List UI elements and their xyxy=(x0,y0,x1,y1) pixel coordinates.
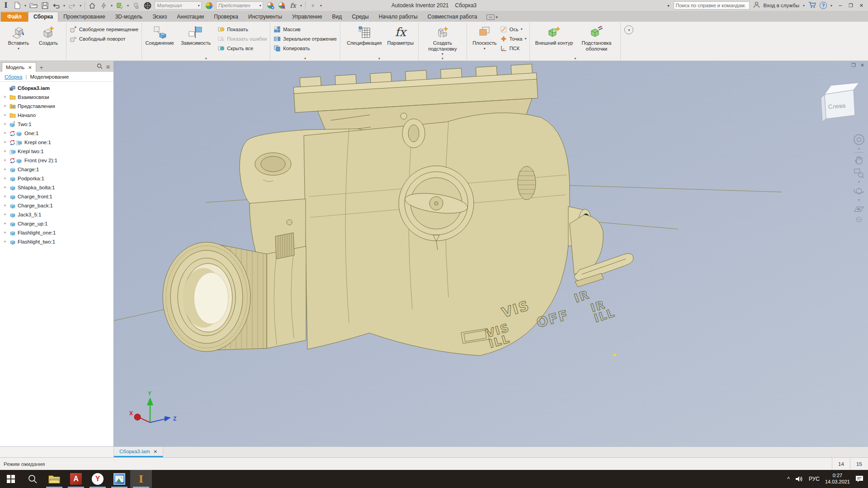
panel-expander-icon[interactable]: ▾ xyxy=(205,57,207,61)
browser-search-icon[interactable] xyxy=(97,63,103,70)
tree-root[interactable]: + Сборка3.iam xyxy=(3,84,113,93)
tab-assembly[interactable]: Сборка xyxy=(28,12,58,22)
tree-item[interactable]: + Two:1 xyxy=(3,120,113,129)
volume-icon[interactable] xyxy=(795,475,803,483)
taskbar-explorer-button[interactable] xyxy=(43,470,65,488)
search-expand-icon[interactable]: ▸ xyxy=(668,3,670,8)
zoom-window-button[interactable] xyxy=(853,167,865,179)
expand-icon[interactable]: + xyxy=(3,221,7,226)
performance-dropdown-icon[interactable]: ▾ xyxy=(111,4,113,8)
expand-icon[interactable]: + xyxy=(3,149,7,154)
new-file-dropdown-icon[interactable]: ▾ xyxy=(24,4,26,8)
redo-dropdown-icon[interactable]: ▾ xyxy=(80,4,81,8)
free-move-button[interactable]: Свободное перемещение xyxy=(70,25,138,33)
home-view-button[interactable] xyxy=(88,1,96,9)
tab-tools[interactable]: Инструменты xyxy=(243,12,287,22)
navigation-wheel-dropdown-icon[interactable]: ▾ xyxy=(858,147,860,151)
appearance-select[interactable]: Представлен▾ xyxy=(216,1,263,9)
help-dropdown-icon[interactable]: ▾ xyxy=(830,4,832,8)
orbit-button[interactable] xyxy=(853,185,865,197)
assembly-model[interactable]: VIS OFF IR IR ILL VIS ILL xyxy=(163,64,633,356)
clear-appearance-icon[interactable] xyxy=(278,1,286,9)
expand-icon[interactable]: + xyxy=(3,113,7,117)
viewport-restore-icon[interactable]: ❐ xyxy=(851,62,856,68)
expand-icon[interactable]: + xyxy=(3,212,7,217)
customize-toolbar-icon[interactable]: ▾ xyxy=(320,4,322,8)
expand-icon[interactable]: + xyxy=(3,185,7,190)
tree-item[interactable]: + Jack3_5:1 xyxy=(3,210,113,219)
tree-item[interactable]: + Charge_front:1 xyxy=(3,192,113,201)
expand-icon[interactable]: + xyxy=(3,122,7,127)
tree-item[interactable]: + Flashlight_two:1 xyxy=(3,237,113,246)
show-button[interactable]: Показать xyxy=(217,25,267,33)
sign-in-dropdown-icon[interactable]: ▾ xyxy=(803,4,805,8)
view-cube[interactable]: Слева xyxy=(821,83,859,122)
fx-parameters-icon[interactable]: fx xyxy=(289,1,297,9)
create-button[interactable]: Создать xyxy=(34,24,63,46)
taskbar-inventor-button[interactable]: I xyxy=(130,470,152,488)
ribbon-options-button[interactable]: ▾ xyxy=(621,23,637,61)
expand-icon[interactable]: + xyxy=(3,230,7,235)
start-button[interactable] xyxy=(0,470,22,488)
bom-button[interactable]: Спецификация xyxy=(344,24,385,46)
open-button[interactable] xyxy=(29,1,38,9)
tab-3d-model[interactable]: 3D-модель xyxy=(110,12,148,22)
free-rotate-button[interactable]: Свободный поворот xyxy=(70,35,138,43)
tree-item[interactable]: + Начало xyxy=(3,111,113,120)
view-tab-modeling[interactable]: Моделирование xyxy=(30,74,69,80)
tab-collaborate[interactable]: Совместная работа xyxy=(423,12,482,22)
tree-item[interactable]: + Charge_up:1 xyxy=(3,219,113,228)
ribbon-display-button[interactable]: ▭▾ xyxy=(486,14,498,22)
expand-icon[interactable]: + xyxy=(3,131,7,136)
taskbar-search-button[interactable] xyxy=(22,470,43,488)
expand-icon[interactable]: + xyxy=(3,176,7,181)
taskbar-yandex-button[interactable]: Y xyxy=(87,470,108,488)
browser-tab-close-icon[interactable]: ✕ xyxy=(28,65,32,70)
mirror-button[interactable]: Зеркальное отражение xyxy=(274,35,337,43)
insert-button[interactable]: Вставить ▾ xyxy=(4,24,33,51)
browser-add-tab-button[interactable]: + xyxy=(38,64,45,72)
zoom-dropdown-icon[interactable]: ▾ xyxy=(858,180,860,184)
expand-icon[interactable]: + xyxy=(3,239,7,244)
tree-item[interactable]: + Front (rev 2):1 xyxy=(3,156,113,165)
tab-inspect[interactable]: Проверка xyxy=(209,12,243,22)
taskbar-autocad-button[interactable]: A xyxy=(65,470,87,488)
pin-group-icon[interactable] xyxy=(132,1,140,9)
document-tab-close-icon[interactable]: ✕ xyxy=(153,449,157,454)
select-button[interactable] xyxy=(116,1,124,9)
taskbar-clock[interactable]: 0:27 14.03.2021 xyxy=(825,473,850,485)
hide-all-button[interactable]: Скрыть все xyxy=(217,44,267,52)
expand-icon[interactable]: + xyxy=(3,203,7,208)
tree-item[interactable]: + Charge_back:1 xyxy=(3,201,113,210)
panel-expander-icon[interactable]: ▾ xyxy=(574,57,576,61)
taskbar-photos-button[interactable] xyxy=(108,470,130,488)
document-tab[interactable]: Сборка3.iam ✕ xyxy=(114,447,163,457)
new-file-button[interactable] xyxy=(13,1,21,9)
notification-center-icon[interactable] xyxy=(855,475,863,483)
expand-icon[interactable]: + xyxy=(3,140,7,145)
store-cart-icon[interactable] xyxy=(808,2,816,9)
tree-item[interactable]: + Podporka:1 xyxy=(3,174,113,183)
shell-substitute-button[interactable]: Подстановка оболочки xyxy=(576,24,617,52)
save-button[interactable] xyxy=(41,1,49,9)
viewport-3d[interactable]: VIS OFF IR IR ILL VIS ILL xyxy=(114,61,868,446)
color-wheel-icon[interactable] xyxy=(205,1,213,9)
show-errors-button[interactable]: Показать ошибки xyxy=(217,35,267,43)
minimize-button[interactable]: ─ xyxy=(839,3,842,8)
pan-button[interactable] xyxy=(853,154,865,166)
work-axis-line[interactable] xyxy=(536,184,782,192)
panel-expander-icon[interactable]: ▾ xyxy=(378,57,380,61)
expand-icon[interactable]: + xyxy=(3,194,7,199)
navigation-wheel-button[interactable] xyxy=(853,133,865,146)
inventor-logo-icon[interactable]: I xyxy=(2,1,10,9)
viewport-close-icon[interactable]: ✕ xyxy=(860,62,864,68)
tab-view[interactable]: Вид xyxy=(327,12,347,22)
tab-sketch[interactable]: Эскиз xyxy=(147,12,172,22)
material-select[interactable]: Материал▾ xyxy=(155,1,202,9)
expand-icon[interactable]: + xyxy=(3,104,7,108)
tree-item[interactable]: + Представления xyxy=(3,102,113,111)
axis-button[interactable]: Ось ▾ xyxy=(500,25,527,33)
add-tool-icon[interactable]: + xyxy=(309,1,317,9)
tree-item[interactable]: + Shlapka_bolta:1 xyxy=(3,183,113,192)
browser-tab-model[interactable]: Модель ✕ xyxy=(2,62,36,72)
